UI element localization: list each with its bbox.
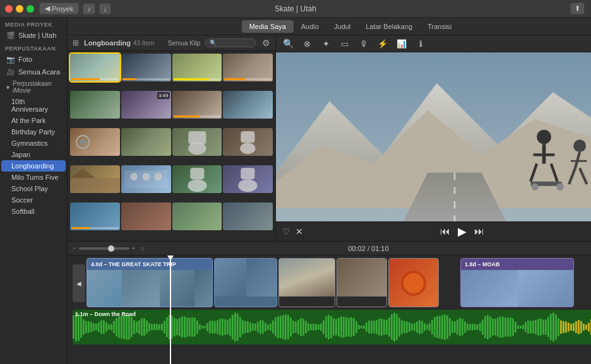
preview-extra-controls: ♡ ✕ bbox=[282, 226, 303, 237]
video-clip-2[interactable] bbox=[214, 258, 277, 307]
media-thumb-19[interactable] bbox=[172, 203, 222, 230]
browser-count: 43 Item bbox=[133, 40, 154, 47]
event-icon: 🎥 bbox=[6, 68, 15, 76]
media-thumb-20[interactable] bbox=[223, 203, 273, 230]
timeline-section: − + ⌂ 00:02 / 01:10 Pengaturan bbox=[68, 241, 591, 364]
search-box[interactable]: 🔍 bbox=[205, 38, 256, 47]
landscape bbox=[70, 165, 120, 193]
play-button[interactable]: ▶ bbox=[458, 225, 467, 238]
download-button[interactable]: ↓ bbox=[99, 3, 112, 15]
fastforward-button[interactable]: ⏭ bbox=[474, 226, 484, 237]
clip-1-body bbox=[87, 270, 212, 307]
zoom-out-icon[interactable]: − bbox=[73, 245, 76, 252]
media-thumb-17[interactable] bbox=[70, 203, 120, 230]
sidebar-item-semua-acara[interactable]: 🎥 Semua Acara bbox=[1, 66, 66, 78]
sidebar-item-softball[interactable]: Softball bbox=[1, 206, 66, 217]
svg-point-9 bbox=[130, 173, 138, 180]
zoom-in-icon[interactable]: + bbox=[132, 245, 136, 252]
video-clip-1[interactable]: 4.0d – THE GREAT SKATE TRIP bbox=[87, 258, 213, 307]
expand-icon: ▾ bbox=[6, 84, 9, 91]
maximize-button[interactable] bbox=[27, 5, 34, 13]
reject-button[interactable]: ✕ bbox=[296, 226, 303, 237]
group-photo bbox=[121, 165, 171, 193]
video-clip-3[interactable] bbox=[278, 258, 335, 307]
media-thumb-1[interactable] bbox=[70, 54, 120, 81]
grid-icon: ⊞ bbox=[73, 38, 79, 47]
crop-button[interactable]: ▭ bbox=[338, 37, 352, 50]
media-thumb-16[interactable] bbox=[223, 165, 273, 193]
svg-rect-12 bbox=[190, 168, 204, 179]
person-4 bbox=[223, 165, 273, 193]
zoom-slider[interactable] bbox=[79, 247, 129, 250]
media-thumb-11[interactable] bbox=[172, 128, 222, 156]
sidebar-longboarding-label: Longboarding bbox=[11, 162, 54, 170]
sidebar-birthday-label: Birthday Party bbox=[11, 128, 55, 136]
magnify-icon-button[interactable]: 🔍 bbox=[281, 37, 295, 50]
traffic-lights bbox=[5, 5, 34, 13]
preview-panel: 🔍 ⊗ ✦ ▭ 🎙 ⚡ 📊 ℹ Atur Ulang bbox=[276, 35, 591, 241]
media-thumb-3[interactable] bbox=[172, 54, 222, 81]
svg-point-11 bbox=[154, 173, 162, 180]
voiceover-button[interactable]: 🎙 bbox=[357, 37, 371, 50]
rewind-button[interactable]: ⏮ bbox=[440, 226, 450, 237]
sidebar-item-birthday[interactable]: Birthday Party bbox=[1, 126, 66, 138]
media-thumb-4[interactable] bbox=[223, 54, 273, 81]
share-button[interactable]: ⬆ bbox=[570, 3, 585, 15]
sidebar-item-gymnastics[interactable]: Gymnastics bbox=[1, 138, 66, 149]
timeline-playhead[interactable] bbox=[170, 255, 171, 364]
sidebar-item-school[interactable]: School Play bbox=[1, 183, 66, 194]
preview-video bbox=[276, 52, 591, 221]
media-thumb-15[interactable] bbox=[172, 165, 222, 193]
media-thumb-2[interactable] bbox=[121, 54, 171, 81]
media-thumb-5[interactable] bbox=[70, 91, 120, 119]
media-grid: 3:49 bbox=[68, 51, 275, 241]
video-clip-4[interactable] bbox=[337, 258, 387, 307]
settings-icon[interactable]: ⚙ bbox=[262, 38, 270, 48]
close-button[interactable] bbox=[5, 5, 13, 13]
media-thumb-8[interactable] bbox=[223, 91, 273, 119]
favorite-button[interactable]: ♡ bbox=[282, 226, 290, 237]
preview-scene-svg bbox=[276, 52, 591, 221]
minimize-button[interactable] bbox=[16, 5, 23, 13]
back-button[interactable]: ◀ Proyek bbox=[39, 3, 79, 15]
media-thumb-18[interactable] bbox=[121, 203, 171, 230]
sidebar-item-japan[interactable]: Japan bbox=[1, 149, 66, 160]
media-thumb-12[interactable] bbox=[223, 128, 273, 156]
sidebar-item-foto[interactable]: 📷 Foto bbox=[1, 53, 66, 66]
titlebar-left: ◀ Proyek ♪ ↓ bbox=[39, 3, 111, 15]
sidebar-item-10th[interactable]: 10th Anniversary bbox=[1, 96, 66, 115]
media-thumb-9[interactable] bbox=[70, 128, 120, 156]
music-icon-button[interactable]: ♪ bbox=[83, 3, 95, 15]
sidebar-item-skate[interactable]: 🎬 Skate | Utah bbox=[1, 29, 66, 42]
track-nav-left[interactable]: ◀ bbox=[73, 264, 85, 302]
sidebar-item-park[interactable]: At the Park bbox=[1, 115, 66, 126]
tab-transisi[interactable]: Transisi bbox=[420, 20, 459, 33]
effects-button[interactable]: ✦ bbox=[319, 37, 333, 50]
tab-latar-belakang[interactable]: Latar Belakang bbox=[358, 20, 420, 33]
sidebar-item-longboarding[interactable]: Longboarding bbox=[1, 160, 66, 172]
media-thumb-7[interactable] bbox=[172, 91, 222, 119]
media-thumb-14[interactable] bbox=[121, 165, 171, 193]
tab-media-saya[interactable]: Media Saya bbox=[242, 20, 294, 33]
sidebar-item-imovie-lib[interactable]: ▾ Perpustakaan iMovie bbox=[1, 78, 66, 96]
sidebar-japan-label: Japan bbox=[11, 151, 30, 158]
video-clip-5[interactable] bbox=[388, 258, 439, 307]
video-clip-moab[interactable]: 1.8d – MOAB bbox=[460, 258, 574, 307]
svg-point-15 bbox=[239, 179, 258, 192]
media-thumb-6[interactable]: 3:49 bbox=[121, 91, 171, 119]
audio-label: 1.1m – Down the Road bbox=[75, 311, 136, 317]
info-button[interactable]: ℹ bbox=[414, 37, 427, 50]
sidebar-item-soccer[interactable]: Soccer bbox=[1, 194, 66, 206]
svg-point-1 bbox=[80, 139, 86, 145]
top-toolbar: Media Saya Audio Judul Latar Belakang Tr… bbox=[68, 18, 591, 35]
sidebar-imovie-lib-label: Perpustakaan iMovie bbox=[13, 80, 61, 94]
media-thumb-10[interactable] bbox=[121, 128, 171, 156]
media-thumb-13[interactable] bbox=[70, 165, 120, 193]
tab-audio[interactable]: Audio bbox=[294, 20, 326, 33]
noise-button[interactable]: 📊 bbox=[395, 37, 409, 50]
color-correction-button[interactable]: ⊗ bbox=[300, 37, 314, 50]
tab-judul[interactable]: Judul bbox=[326, 20, 358, 33]
stabilize-button[interactable]: ⚡ bbox=[376, 37, 390, 50]
clip-moab-label: 1.8d – MOAB bbox=[465, 261, 500, 267]
sidebar-item-milo[interactable]: Milo Turns Five bbox=[1, 172, 66, 183]
